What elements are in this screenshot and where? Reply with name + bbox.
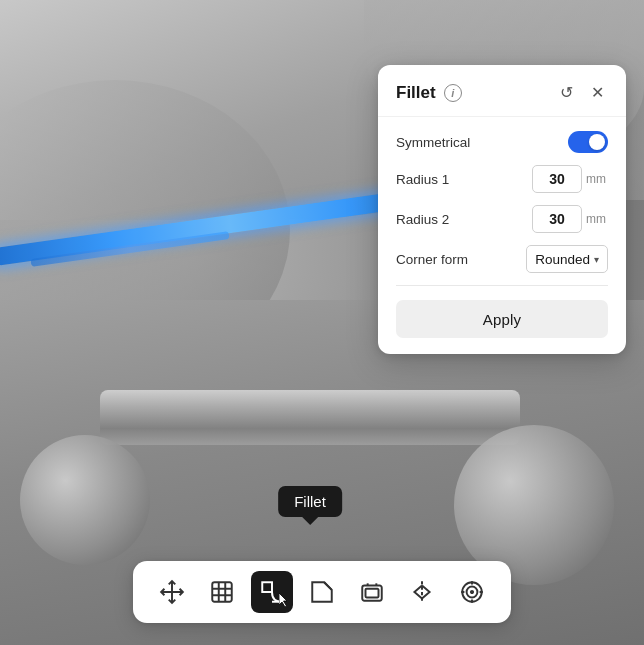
panel-title-group: Fillet i [396, 83, 462, 103]
svg-rect-7 [262, 582, 272, 592]
fillet-tool-button[interactable] [251, 571, 293, 613]
tooltip-box: Fillet [278, 486, 342, 517]
move-icon [159, 579, 185, 605]
close-button[interactable]: ✕ [587, 81, 608, 104]
apply-button[interactable]: Apply [396, 300, 608, 338]
sketch-icon [209, 579, 235, 605]
mirror-tool-button[interactable] [401, 571, 443, 613]
shell-icon [359, 579, 385, 605]
radius1-label: Radius 1 [396, 172, 449, 187]
shell-tool-button[interactable] [351, 571, 393, 613]
symmetrical-label: Symmetrical [396, 135, 470, 150]
corner-form-label: Corner form [396, 252, 468, 267]
radius1-row: Radius 1 30 mm [396, 165, 608, 193]
svg-point-18 [471, 591, 473, 593]
fillet-icon [259, 579, 285, 605]
corner-form-row: Corner form Rounded ▾ [396, 245, 608, 273]
radius1-input-wrap: 30 mm [532, 165, 608, 193]
target-tool-button[interactable] [451, 571, 493, 613]
fillet-panel: Fillet i ↺ ✕ Symmetrical Radius 1 30 mm … [378, 65, 626, 354]
corner-form-value: Rounded [535, 252, 590, 267]
chamfer-tool-button[interactable] [301, 571, 343, 613]
svg-line-10 [324, 582, 332, 590]
panel-body: Symmetrical Radius 1 30 mm Radius 2 30 m… [378, 117, 626, 354]
radius2-row: Radius 2 30 mm [396, 205, 608, 233]
undo-button[interactable]: ↺ [556, 81, 577, 104]
tooltip-wrap: Fillet [278, 486, 342, 525]
radius2-input[interactable]: 30 [532, 205, 582, 233]
symmetrical-toggle[interactable] [568, 131, 608, 153]
radius1-input[interactable]: 30 [532, 165, 582, 193]
toolbar [133, 561, 511, 623]
svg-rect-12 [366, 589, 379, 598]
radius2-input-wrap: 30 mm [532, 205, 608, 233]
radius2-unit: mm [586, 212, 608, 226]
radius2-label: Radius 2 [396, 212, 449, 227]
target-icon [459, 579, 485, 605]
corner-form-dropdown-wrap: Rounded ▾ [526, 245, 608, 273]
tooltip-arrow [302, 517, 318, 525]
panel-title: Fillet [396, 83, 436, 103]
sketch-tool-button[interactable] [201, 571, 243, 613]
move-tool-button[interactable] [151, 571, 193, 613]
panel-header: Fillet i ↺ ✕ [378, 65, 626, 117]
chamfer-icon [309, 579, 335, 605]
panel-actions: ↺ ✕ [556, 81, 608, 104]
info-icon[interactable]: i [444, 84, 462, 102]
divider [396, 285, 608, 286]
corner-form-dropdown[interactable]: Rounded ▾ [526, 245, 608, 273]
symmetrical-row: Symmetrical [396, 131, 608, 153]
radius1-unit: mm [586, 172, 608, 186]
mirror-icon [409, 579, 435, 605]
chevron-down-icon: ▾ [594, 254, 599, 265]
svg-rect-2 [212, 582, 232, 602]
svg-marker-9 [312, 582, 332, 602]
